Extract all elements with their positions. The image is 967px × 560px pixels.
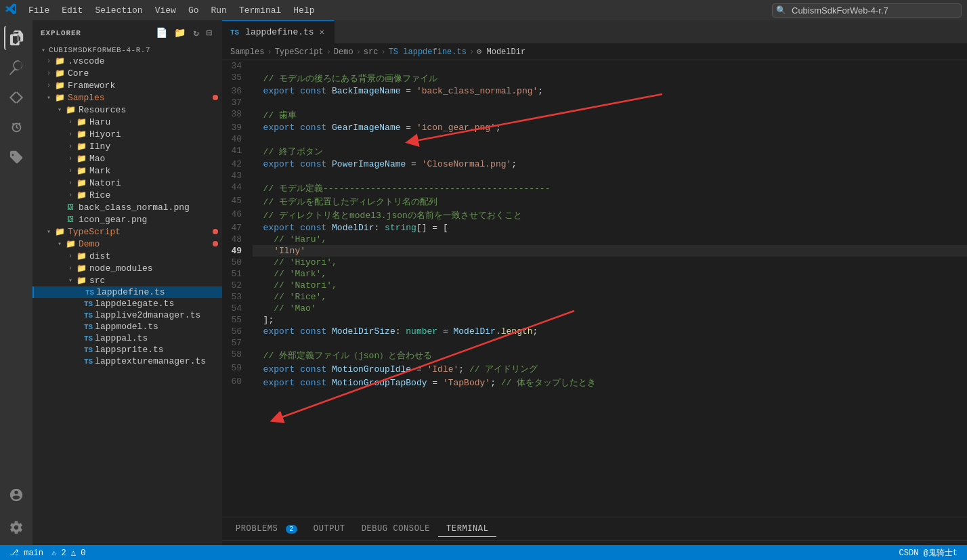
line-content-55: ]; [253, 314, 967, 326]
dist-folder-icon: 📁 [76, 251, 87, 261]
code-line-48: 48 // 'Haru', [222, 234, 967, 245]
code-line-43: 43 [222, 170, 967, 181]
tree-item-hiyori[interactable]: › 📁 Hiyori [33, 128, 222, 140]
tree-item-dist[interactable]: › 📁 dist [33, 250, 222, 262]
tree-item-gear-png[interactable]: › 🖼 icon_gear.png [33, 213, 222, 225]
activity-settings-icon[interactable] [4, 515, 28, 540]
panel-tab-problems[interactable]: PROBLEMS 2 [228, 521, 305, 537]
tree-item-framework[interactable]: › 📁 Framework [33, 79, 222, 91]
status-branch[interactable]: ⎇ main [5, 548, 47, 558]
status-errors[interactable]: ⚠ 2 △ 0 [47, 548, 89, 558]
refresh-icon[interactable]: ↻ [192, 26, 200, 40]
lappsprite-label: lappsprite.ts [95, 345, 222, 355]
tree-item-rice[interactable]: › 📁 Rice [33, 189, 222, 201]
activity-debug-icon[interactable] [4, 115, 28, 139]
src-folder-icon: 📁 [76, 275, 87, 286]
panel-tab-terminal[interactable]: TERMINAL [438, 521, 496, 537]
line-content-42: export const PowerImageName = 'CloseNorm… [253, 158, 967, 170]
line-content-56: export const ModelDirSize: number = Mode… [253, 326, 967, 337]
menu-selection[interactable]: Selection [89, 4, 148, 17]
activity-git-icon[interactable] [4, 85, 28, 110]
breadcrumb-sep1: › [267, 47, 272, 57]
menu-edit[interactable]: Edit [56, 4, 88, 17]
breadcrumb-samples[interactable]: Samples [230, 47, 264, 57]
menu-help[interactable]: Help [288, 4, 320, 17]
tree-item-lappsprite[interactable]: › TS lappsprite.ts [33, 344, 222, 356]
line-num-38: 38 [222, 108, 253, 122]
line-num-42: 42 [222, 158, 253, 170]
tree-item-node-modules[interactable]: › 📁 node_modules [33, 262, 222, 274]
code-line-60: 60 export const MotionGroupTapBody = 'Ta… [222, 376, 967, 389]
tree-item-lappdefine[interactable]: › TS lappdefine.ts [33, 286, 222, 298]
tab-lappdefine[interactable]: TS lappdefine.ts ✕ [222, 20, 335, 43]
sidebar-title: EXPLORER [41, 29, 81, 37]
tree-item-src[interactable]: ▾ 📁 src [33, 274, 222, 286]
search-input[interactable] [772, 3, 962, 18]
line-num-34: 34 [222, 60, 253, 72]
breadcrumb-modeldir[interactable]: ⊙ ModelDir [477, 47, 525, 57]
line-num-52: 52 [222, 280, 253, 291]
dist-arrow: › [65, 253, 76, 260]
menu-terminal[interactable]: Terminal [234, 4, 286, 17]
menubar: File Edit Selection View Go Run Terminal… [0, 0, 967, 20]
tree-item-lapppal[interactable]: › TS lapppal.ts [33, 332, 222, 344]
tree-item-haru[interactable]: › 📁 Haru [33, 116, 222, 128]
tree-root[interactable]: ▾ CUBISMSDKFORWEB-4-R.7 [33, 45, 222, 55]
breadcrumb-typescript[interactable]: TypeScript [275, 47, 324, 57]
mark-arrow: › [65, 167, 76, 175]
tree-item-lappdelegate[interactable]: › TS lappdelegate.ts [33, 298, 222, 309]
typescript-folder-icon: 📁 [54, 226, 65, 237]
samples-modified-badge [213, 95, 218, 100]
tree-item-back-png[interactable]: › 🖼 back_class_normal.png [33, 201, 222, 213]
breadcrumb-file[interactable]: TS lappdefine.ts [389, 47, 467, 57]
new-file-icon[interactable]: 📄 [154, 26, 169, 40]
natori-label: Natori [89, 178, 222, 188]
tree-item-resources[interactable]: ▾ 📁 Resources [33, 104, 222, 116]
breadcrumb-src[interactable]: src [364, 47, 379, 57]
activity-search-icon[interactable] [4, 56, 28, 80]
tree-item-vscode[interactable]: › 📁 .vscode [33, 55, 222, 67]
menu-view[interactable]: View [150, 4, 181, 17]
tree-item-ilny[interactable]: › 📁 Ilny [33, 140, 222, 152]
breadcrumb-demo[interactable]: Demo [334, 47, 353, 57]
code-line-45: 45 // モデルを配置したディレクトリ名の配列 [222, 195, 967, 209]
code-editor[interactable]: 34 35 // モデルの後ろにある背景の画像ファイル 36 export co… [222, 60, 967, 517]
tree-item-lapptexturemanager[interactable]: › TS lapptexturemanager.ts [33, 356, 222, 367]
code-line-36: 36 export const BackImageName = 'back_cl… [222, 85, 967, 97]
demo-arrow: ▾ [54, 240, 65, 248]
tree-item-lapplive2dmanager[interactable]: › TS lapplive2dmanager.ts [33, 309, 222, 321]
tab-close-icon[interactable]: ✕ [318, 26, 326, 39]
line-num-50: 50 [222, 257, 253, 268]
activity-explorer-icon[interactable] [4, 26, 28, 50]
breadcrumb-sep5: › [469, 47, 474, 57]
tree-item-mark[interactable]: › 📁 Mark [33, 165, 222, 177]
hiyori-arrow: › [65, 131, 76, 138]
demo-label: Demo [79, 239, 213, 249]
new-folder-icon[interactable]: 📁 [173, 26, 188, 40]
vscode-arrow: › [43, 58, 54, 65]
tree-item-demo[interactable]: ▾ 📁 Demo [33, 238, 222, 250]
menu-file[interactable]: File [23, 4, 55, 17]
activity-extensions-icon[interactable] [4, 145, 28, 169]
line-num-40: 40 [222, 133, 253, 145]
tree-item-mao[interactable]: › 📁 Mao [33, 152, 222, 165]
tree-item-samples[interactable]: ▾ 📁 Samples [33, 91, 222, 104]
ilny-label: Ilny [89, 142, 222, 152]
gear-png-label: icon_gear.png [79, 215, 222, 225]
ilny-arrow: › [65, 143, 76, 150]
collapse-all-icon[interactable]: ⊟ [205, 26, 214, 40]
tree-item-natori[interactable]: › 📁 Natori [33, 177, 222, 189]
lapplive2d-ts-icon: TS [84, 311, 93, 320]
tree-item-lappmodel[interactable]: › TS lappmodel.ts [33, 321, 222, 332]
panel-tab-output[interactable]: OUTPUT [305, 521, 353, 537]
tree-item-core[interactable]: › 📁 Core [33, 67, 222, 79]
rice-label: Rice [89, 190, 222, 200]
panel-tab-debug[interactable]: DEBUG CONSOLE [353, 521, 438, 537]
lappmodel-ts-icon: TS [84, 323, 93, 331]
tree-item-typescript[interactable]: ▾ 📁 TypeScript [33, 225, 222, 238]
line-num-60: 60 [222, 376, 253, 389]
menu-go[interactable]: Go [183, 4, 205, 17]
activity-accounts-icon[interactable] [4, 483, 28, 507]
menu-run[interactable]: Run [205, 4, 232, 17]
editor-area: TS lappdefine.ts ✕ Samples › TypeScript … [222, 20, 967, 545]
